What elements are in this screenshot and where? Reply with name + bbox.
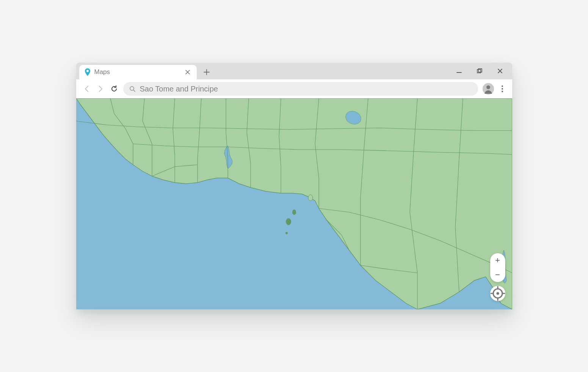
- search-input[interactable]: [140, 85, 472, 93]
- window-minimize-button[interactable]: [455, 67, 463, 75]
- browser-window: Maps: [76, 63, 512, 309]
- profile-avatar[interactable]: [483, 83, 494, 95]
- svg-point-7: [286, 218, 291, 225]
- zoom-in-button[interactable]: +: [490, 253, 505, 268]
- tab-bar: Maps: [76, 63, 512, 79]
- search-icon: [129, 86, 135, 92]
- zoom-control: + −: [490, 253, 505, 282]
- map-pin-icon: [85, 68, 91, 76]
- crosshair-icon: [490, 286, 505, 301]
- map-viewport[interactable]: + −: [76, 98, 512, 309]
- map-canvas: [76, 98, 512, 309]
- tab-title: Maps: [94, 68, 180, 76]
- address-bar[interactable]: [123, 82, 478, 96]
- svg-point-8: [285, 232, 288, 234]
- svg-point-10: [496, 292, 499, 295]
- new-tab-button[interactable]: [201, 66, 213, 78]
- forward-button[interactable]: [96, 84, 105, 93]
- svg-point-6: [292, 210, 296, 215]
- map-controls: + −: [490, 253, 505, 301]
- back-button[interactable]: [82, 84, 91, 93]
- window-controls: [455, 63, 508, 79]
- window-maximize-button[interactable]: [476, 67, 483, 75]
- browser-toolbar: [76, 79, 512, 98]
- reload-button[interactable]: [110, 84, 119, 93]
- browser-tab-maps[interactable]: Maps: [79, 65, 197, 79]
- tab-close-button[interactable]: [184, 68, 191, 76]
- window-close-button[interactable]: [496, 67, 504, 75]
- island-bioko: [308, 195, 313, 201]
- locate-me-button[interactable]: [490, 286, 505, 301]
- svg-point-4: [486, 85, 490, 89]
- zoom-out-button[interactable]: −: [490, 268, 505, 282]
- overflow-menu-button[interactable]: [499, 85, 506, 92]
